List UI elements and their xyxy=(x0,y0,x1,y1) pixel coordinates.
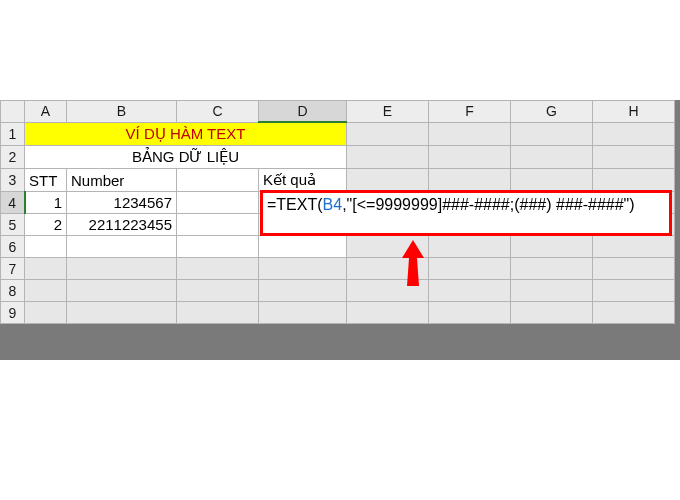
row-7: 7 xyxy=(1,258,675,280)
select-all-corner[interactable] xyxy=(1,101,25,123)
formula-suffix: ,"[<=9999999]###-####;(###) ###-####") xyxy=(342,196,634,213)
row-1: 1 VÍ DỤ HÀM TEXT xyxy=(1,122,675,146)
header-stt[interactable]: STT xyxy=(25,169,67,192)
cell-A9[interactable] xyxy=(25,302,67,324)
cell-F7[interactable] xyxy=(429,258,511,280)
cell-E1[interactable] xyxy=(347,122,429,146)
cell-C4[interactable] xyxy=(177,192,259,214)
title-cell[interactable]: VÍ DỤ HÀM TEXT xyxy=(25,122,347,146)
col-header-C[interactable]: C xyxy=(177,101,259,123)
cell-G6[interactable] xyxy=(511,236,593,258)
formula-prefix: =TEXT( xyxy=(267,196,323,213)
cell-D8[interactable] xyxy=(259,280,347,302)
row-3: 3 STT Number Kết quả xyxy=(1,169,675,192)
col-header-B[interactable]: B xyxy=(67,101,177,123)
cell-G9[interactable] xyxy=(511,302,593,324)
col-header-E[interactable]: E xyxy=(347,101,429,123)
cell-H1[interactable] xyxy=(593,122,675,146)
cell-E2[interactable] xyxy=(347,146,429,169)
row-6: 6 xyxy=(1,236,675,258)
cell-F3[interactable] xyxy=(429,169,511,192)
row-2: 2 BẢNG DỮ LIỆU xyxy=(1,146,675,169)
cell-H8[interactable] xyxy=(593,280,675,302)
cell-E9[interactable] xyxy=(347,302,429,324)
formula-edit-box[interactable]: =TEXT(B4,"[<=9999999]###-####;(###) ###-… xyxy=(260,190,672,236)
formula-cell-ref: B4 xyxy=(323,196,343,213)
cell-B7[interactable] xyxy=(67,258,177,280)
annotation-arrow-icon xyxy=(398,240,428,286)
row-header-7[interactable]: 7 xyxy=(1,258,25,280)
row-header-8[interactable]: 8 xyxy=(1,280,25,302)
row-header-9[interactable]: 9 xyxy=(1,302,25,324)
cell-A6[interactable] xyxy=(25,236,67,258)
cell-F1[interactable] xyxy=(429,122,511,146)
cell-D9[interactable] xyxy=(259,302,347,324)
header-number[interactable]: Number xyxy=(67,169,177,192)
header-result[interactable]: Kết quả xyxy=(259,169,347,192)
subtitle-cell[interactable]: BẢNG DỮ LIỆU xyxy=(25,146,347,169)
cell-F8[interactable] xyxy=(429,280,511,302)
cell-H6[interactable] xyxy=(593,236,675,258)
col-header-D[interactable]: D xyxy=(259,101,347,123)
row-header-1[interactable]: 1 xyxy=(1,122,25,146)
cell-H7[interactable] xyxy=(593,258,675,280)
cell-F9[interactable] xyxy=(429,302,511,324)
cell-C7[interactable] xyxy=(177,258,259,280)
cell-H2[interactable] xyxy=(593,146,675,169)
cell-A8[interactable] xyxy=(25,280,67,302)
col-header-H[interactable]: H xyxy=(593,101,675,123)
row-header-3[interactable]: 3 xyxy=(1,169,25,192)
cell-G2[interactable] xyxy=(511,146,593,169)
cell-H3[interactable] xyxy=(593,169,675,192)
cell-B4[interactable]: 1234567 xyxy=(67,192,177,214)
cell-B9[interactable] xyxy=(67,302,177,324)
header-empty[interactable] xyxy=(177,169,259,192)
col-header-F[interactable]: F xyxy=(429,101,511,123)
row-header-2[interactable]: 2 xyxy=(1,146,25,169)
cell-B6[interactable] xyxy=(67,236,177,258)
cell-D7[interactable] xyxy=(259,258,347,280)
row-header-5[interactable]: 5 xyxy=(1,214,25,236)
row-header-4[interactable]: 4 xyxy=(1,192,25,214)
excel-screenshot: A B C D E F G H 1 VÍ DỤ HÀM TEXT xyxy=(0,0,680,500)
cell-C5[interactable] xyxy=(177,214,259,236)
cell-B8[interactable] xyxy=(67,280,177,302)
cell-H9[interactable] xyxy=(593,302,675,324)
cell-A5[interactable]: 2 xyxy=(25,214,67,236)
cell-B5[interactable]: 2211223455 xyxy=(67,214,177,236)
row-header-6[interactable]: 6 xyxy=(1,236,25,258)
cell-G1[interactable] xyxy=(511,122,593,146)
row-9: 9 xyxy=(1,302,675,324)
cell-C9[interactable] xyxy=(177,302,259,324)
svg-marker-0 xyxy=(402,240,424,286)
cell-G3[interactable] xyxy=(511,169,593,192)
column-header-row: A B C D E F G H xyxy=(1,101,675,123)
cell-A7[interactable] xyxy=(25,258,67,280)
col-header-A[interactable]: A xyxy=(25,101,67,123)
cell-D6[interactable] xyxy=(259,236,347,258)
col-header-G[interactable]: G xyxy=(511,101,593,123)
cell-C8[interactable] xyxy=(177,280,259,302)
cell-F2[interactable] xyxy=(429,146,511,169)
row-8: 8 xyxy=(1,280,675,302)
cell-E3[interactable] xyxy=(347,169,429,192)
cell-G7[interactable] xyxy=(511,258,593,280)
cell-F6[interactable] xyxy=(429,236,511,258)
cell-A4[interactable]: 1 xyxy=(25,192,67,214)
cell-C6[interactable] xyxy=(177,236,259,258)
cell-G8[interactable] xyxy=(511,280,593,302)
